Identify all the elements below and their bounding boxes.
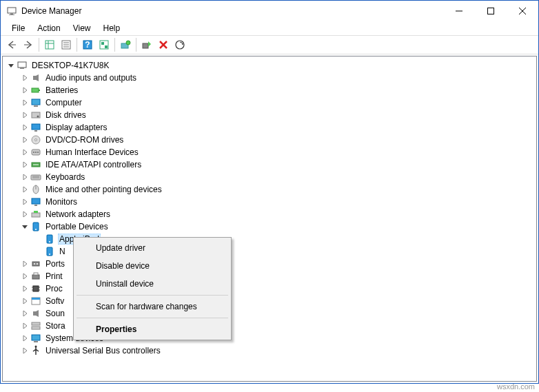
properties-button[interactable] — [58, 37, 74, 53]
software-icon — [30, 296, 41, 307]
expander-icon[interactable] — [19, 184, 30, 195]
tree-category[interactable]: Portable Devices — [3, 220, 536, 233]
device-icon — [44, 246, 55, 257]
tree-item-label: Monitors — [44, 197, 79, 207]
tree-category[interactable]: Disk drives — [3, 109, 536, 121]
expander-icon[interactable] — [19, 97, 30, 108]
uninstall-button[interactable] — [155, 37, 172, 53]
back-button[interactable] — [3, 37, 20, 53]
svg-rect-72 — [32, 298, 40, 300]
svg-rect-27 — [18, 62, 26, 68]
tree-item-label: DVD/CD-ROM drives — [44, 135, 125, 145]
menu-file[interactable]: File — [6, 22, 30, 34]
tree-category[interactable]: Mice and other pointing devices — [3, 183, 536, 196]
expander-icon[interactable] — [19, 345, 30, 356]
monitor-icon — [30, 196, 41, 207]
maximize-button[interactable] — [475, 1, 507, 21]
svg-rect-33 — [34, 105, 38, 107]
tree-category[interactable]: Monitors — [3, 196, 536, 208]
expander-icon[interactable] — [33, 246, 44, 257]
expander-icon[interactable] — [19, 308, 30, 319]
scan-button[interactable] — [172, 37, 188, 53]
tree-item-label: Human Interface Devices — [44, 147, 140, 157]
expander-icon[interactable] — [19, 85, 30, 96]
expander-icon[interactable] — [19, 134, 30, 145]
close-button[interactable] — [507, 1, 538, 21]
help-button[interactable]: ? — [79, 37, 96, 53]
tree-category[interactable]: Human Interface Devices — [3, 146, 536, 158]
enable-button[interactable] — [139, 37, 155, 53]
expander-icon[interactable] — [19, 147, 30, 158]
show-hide-tree-button[interactable] — [41, 37, 58, 53]
tree-category[interactable]: Batteries — [3, 84, 536, 96]
toolbar-separator — [39, 38, 39, 52]
display-icon — [30, 122, 41, 133]
menu-help[interactable]: Help — [98, 22, 126, 34]
expander-icon[interactable] — [19, 209, 30, 220]
svg-point-39 — [35, 139, 37, 141]
tree-item-label: Stora — [44, 321, 67, 331]
expander-icon[interactable] — [33, 234, 44, 245]
menu-action[interactable]: Action — [32, 22, 65, 34]
expander-icon[interactable] — [19, 196, 30, 207]
tree-item-label: Disk drives — [44, 110, 88, 120]
svg-rect-4 — [488, 8, 494, 14]
tree-category[interactable]: Display adapters — [3, 121, 536, 134]
context-menu-separator — [77, 295, 228, 296]
context-menu-item[interactable]: Disable device — [75, 257, 230, 275]
tree-item-label: Batteries — [44, 85, 79, 95]
disk-icon — [30, 110, 41, 121]
svg-rect-23 — [143, 43, 148, 48]
update-driver-button[interactable] — [117, 37, 134, 53]
svg-point-42 — [35, 152, 37, 153]
svg-text:?: ? — [85, 40, 90, 50]
tree-category[interactable]: Keyboards — [3, 171, 536, 183]
window-controls — [443, 1, 538, 21]
expander-icon[interactable] — [6, 60, 17, 71]
expander-icon[interactable] — [19, 110, 30, 121]
svg-rect-36 — [32, 124, 40, 130]
expander-icon[interactable] — [19, 320, 30, 331]
tree-category[interactable]: Computer — [3, 96, 536, 109]
tree-item-label: Ports — [44, 259, 66, 269]
minimize-button[interactable] — [443, 1, 475, 21]
svg-rect-28 — [20, 68, 24, 69]
svg-rect-20 — [105, 45, 108, 48]
expander-icon[interactable] — [19, 283, 30, 294]
tree-item-label: IDE ATA/ATAPI controllers — [44, 160, 143, 169]
expander-icon[interactable] — [19, 122, 30, 133]
expander-icon[interactable] — [19, 296, 30, 307]
svg-rect-0 — [8, 8, 16, 13]
menu-view[interactable]: View — [68, 22, 96, 34]
tree-item-label: Keyboards — [44, 172, 86, 182]
context-menu-separator — [77, 318, 228, 318]
svg-rect-74 — [32, 322, 40, 325]
context-menu-item[interactable]: Properties — [75, 320, 230, 338]
tree-category[interactable]: Universal Serial Bus controllers — [3, 344, 536, 357]
expander-icon[interactable] — [19, 172, 30, 183]
svg-point-41 — [33, 152, 34, 153]
tree-category[interactable]: IDE ATA/ATAPI controllers — [3, 158, 536, 171]
dvd-icon — [30, 134, 41, 145]
svg-point-43 — [37, 152, 39, 153]
context-menu-item[interactable]: Uninstall device — [75, 275, 230, 293]
expander-icon[interactable] — [19, 72, 30, 83]
expander-icon[interactable] — [19, 159, 30, 170]
tree-category[interactable]: Audio inputs and outputs — [3, 72, 536, 84]
device-tree[interactable]: DESKTOP-41K7U8KAudio inputs and outputsB… — [2, 56, 537, 382]
tree-root[interactable]: DESKTOP-41K7U8K — [3, 59, 536, 72]
expander-icon[interactable] — [19, 271, 30, 282]
action-button[interactable] — [96, 37, 112, 53]
device-icon — [44, 234, 55, 245]
context-menu-item[interactable]: Update driver — [75, 239, 230, 257]
tree-category[interactable]: Network adapters — [3, 208, 536, 220]
tree-category[interactable]: DVD/CD-ROM drives — [3, 134, 536, 146]
expander-icon[interactable] — [19, 221, 30, 232]
tree-item-label: Mice and other pointing devices — [44, 185, 163, 194]
expander-icon[interactable] — [19, 333, 30, 344]
app-icon — [6, 6, 17, 17]
context-menu-item[interactable]: Scan for hardware changes — [75, 298, 230, 316]
forward-button[interactable] — [20, 37, 37, 53]
expander-icon[interactable] — [19, 258, 30, 269]
svg-rect-9 — [45, 41, 54, 49]
